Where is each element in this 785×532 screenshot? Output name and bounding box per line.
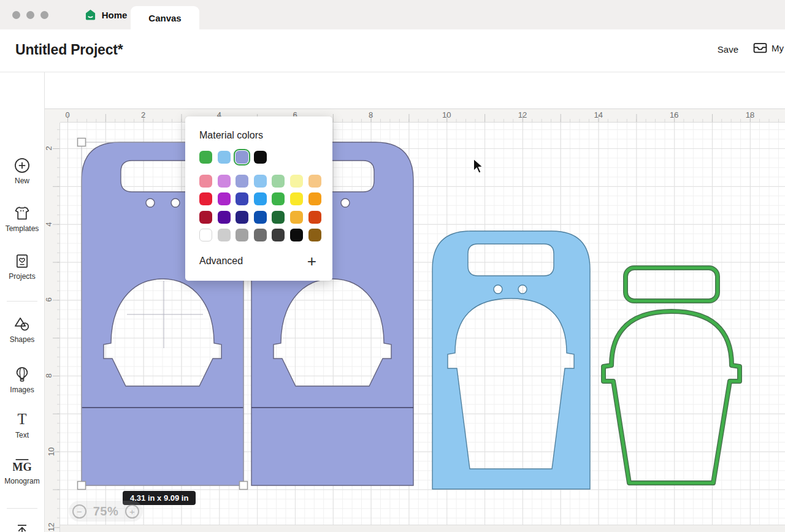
project-card-icon bbox=[13, 253, 31, 270]
palette-color-swatch[interactable] bbox=[308, 211, 321, 224]
zoom-out-button[interactable]: − bbox=[72, 504, 86, 519]
canvas-shapes-layer bbox=[60, 123, 785, 525]
new-plus-icon bbox=[13, 157, 31, 174]
add-color-button[interactable]: + bbox=[307, 255, 316, 267]
palette-color-swatch[interactable] bbox=[272, 229, 285, 241]
v-ruler-label: 2 bbox=[44, 146, 53, 150]
center-crosshair bbox=[127, 281, 203, 348]
v-ruler-label: 4 bbox=[44, 222, 53, 226]
window-controls[interactable] bbox=[12, 11, 48, 19]
horizontal-ruler: 024681012141618 bbox=[45, 109, 785, 123]
material-color-green[interactable] bbox=[199, 151, 212, 164]
tab-home[interactable]: Home bbox=[80, 0, 131, 29]
palette-color-swatch[interactable] bbox=[308, 192, 321, 205]
palette-color-swatch[interactable] bbox=[254, 192, 267, 205]
shape-cup-outline-lid[interactable] bbox=[626, 268, 718, 301]
ruler-corner bbox=[45, 109, 60, 123]
palette-color-swatch[interactable] bbox=[236, 211, 248, 224]
sidebar-divider bbox=[7, 301, 37, 302]
svg-text:MG: MG bbox=[13, 461, 31, 473]
h-ruler-label: 12 bbox=[518, 110, 527, 120]
advanced-button[interactable]: Advanced bbox=[199, 256, 243, 267]
sidebar-label: Images bbox=[10, 386, 34, 394]
sidebar-item-shapes[interactable]: Shapes bbox=[0, 316, 44, 344]
cricut-home-icon bbox=[84, 9, 97, 21]
sidebar-item-images[interactable]: Images bbox=[0, 366, 44, 394]
sidebar-label: Projects bbox=[9, 272, 35, 281]
material-color-periwinkle[interactable] bbox=[236, 151, 248, 164]
tshirt-icon bbox=[13, 205, 31, 222]
window-tab-bar: Home Canvas bbox=[0, 0, 785, 29]
window-control-dot[interactable] bbox=[26, 11, 34, 19]
selection-handle-top-left[interactable] bbox=[78, 139, 86, 146]
window-control-dot[interactable] bbox=[12, 11, 20, 19]
selection-handle-bottom-right[interactable] bbox=[240, 482, 248, 490]
material-colors-row bbox=[199, 151, 332, 164]
material-colors-popup: Material colors Advanced + bbox=[185, 116, 332, 281]
palette-color-swatch[interactable] bbox=[308, 229, 321, 241]
save-button[interactable]: Save bbox=[718, 44, 738, 55]
sidebar-item-projects[interactable]: Projects bbox=[0, 253, 44, 281]
upload-icon bbox=[13, 523, 31, 532]
v-ruler-label: 8 bbox=[44, 373, 53, 378]
sidebar-item-text[interactable]: T Text bbox=[0, 411, 44, 439]
sidebar-divider bbox=[7, 508, 37, 509]
zoom-control: − 75% + bbox=[69, 501, 143, 522]
sidebar-item-templates[interactable]: Templates bbox=[0, 205, 44, 233]
sidebar-label: Shapes bbox=[10, 335, 35, 344]
sidebar-item-monogram[interactable]: MG Monogram bbox=[0, 457, 44, 485]
tab-canvas[interactable]: Canvas bbox=[131, 6, 199, 29]
palette-color-swatch[interactable] bbox=[290, 175, 303, 188]
palette-color-swatch[interactable] bbox=[254, 229, 267, 241]
palette-color-swatch[interactable] bbox=[290, 192, 303, 205]
material-color-black[interactable] bbox=[254, 151, 267, 164]
palette-color-swatch[interactable] bbox=[199, 211, 212, 224]
sidebar-label: Templates bbox=[6, 224, 39, 233]
palette-color-swatch[interactable] bbox=[236, 192, 248, 205]
tab-home-label: Home bbox=[102, 10, 128, 20]
palette-color-swatch[interactable] bbox=[272, 192, 285, 205]
material-color-light-blue[interactable] bbox=[218, 151, 231, 164]
v-ruler-label: 12 bbox=[47, 523, 56, 531]
palette-color-swatch[interactable] bbox=[199, 229, 212, 241]
shapes-icon bbox=[13, 316, 31, 333]
mouse-cursor bbox=[472, 158, 484, 174]
hot-air-balloon-icon bbox=[13, 366, 31, 383]
svg-text:T: T bbox=[18, 411, 27, 427]
my-stuff-label: My bbox=[772, 43, 784, 53]
h-ruler-label: 0 bbox=[65, 110, 69, 120]
palette-color-swatch[interactable] bbox=[308, 175, 321, 188]
app-window: Home Canvas Untitled Project* Save My bbox=[0, 0, 785, 532]
sidebar-item-new[interactable]: New bbox=[0, 157, 44, 185]
vertical-ruler: 24681012 bbox=[45, 123, 60, 532]
palette-color-swatch[interactable] bbox=[218, 211, 231, 224]
popup-title: Material colors bbox=[199, 130, 332, 141]
palette-color-swatch[interactable] bbox=[199, 192, 212, 205]
palette-color-swatch[interactable] bbox=[254, 211, 267, 224]
h-ruler-label: 14 bbox=[594, 110, 602, 120]
inbox-tray-icon bbox=[753, 42, 767, 54]
palette-color-swatch[interactable] bbox=[218, 229, 231, 241]
edit-toolbar: Operation Basic Cut ▼ Select All bbox=[0, 72, 785, 109]
sidebar-label: New bbox=[15, 177, 29, 185]
zoom-level: 75% bbox=[93, 504, 119, 519]
palette-color-swatch[interactable] bbox=[218, 192, 231, 205]
my-stuff-button[interactable]: My bbox=[753, 42, 784, 54]
palette-color-swatch[interactable] bbox=[290, 211, 303, 224]
shape-cup-outline[interactable] bbox=[603, 311, 740, 483]
palette-color-swatch[interactable] bbox=[218, 175, 231, 188]
shape-cup-carrier-3[interactable] bbox=[432, 231, 590, 489]
palette-color-swatch[interactable] bbox=[272, 175, 285, 188]
h-ruler-label: 8 bbox=[369, 110, 373, 120]
zoom-in-button[interactable]: + bbox=[125, 504, 139, 519]
window-control-dot[interactable] bbox=[40, 11, 48, 19]
selection-handle-bottom-left[interactable] bbox=[78, 482, 86, 490]
palette-color-swatch[interactable] bbox=[236, 229, 248, 241]
h-ruler-label: 16 bbox=[670, 110, 678, 120]
palette-color-swatch[interactable] bbox=[199, 175, 212, 188]
palette-color-swatch[interactable] bbox=[254, 175, 267, 188]
palette-color-swatch[interactable] bbox=[236, 175, 248, 188]
palette-color-swatch[interactable] bbox=[272, 211, 285, 224]
sidebar-item-upload[interactable]: Upload bbox=[0, 523, 44, 532]
palette-color-swatch[interactable] bbox=[290, 229, 303, 241]
